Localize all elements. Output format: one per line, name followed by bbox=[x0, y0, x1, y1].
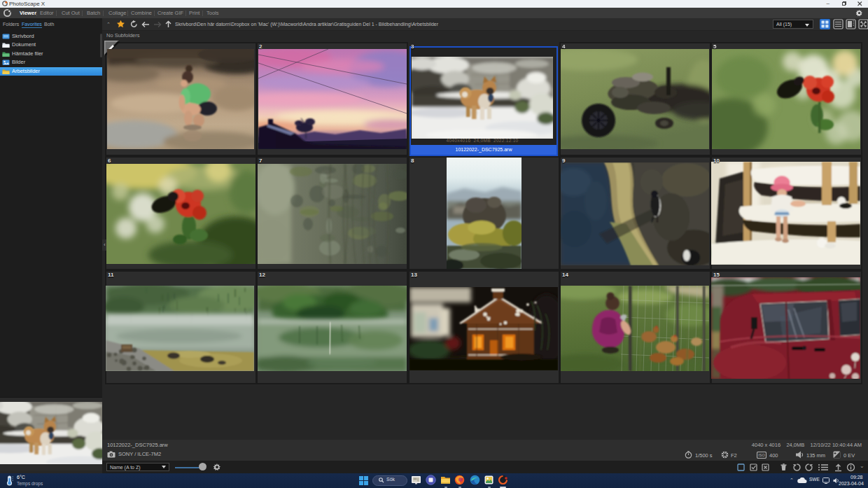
svg-text:ISO: ISO bbox=[758, 453, 765, 457]
